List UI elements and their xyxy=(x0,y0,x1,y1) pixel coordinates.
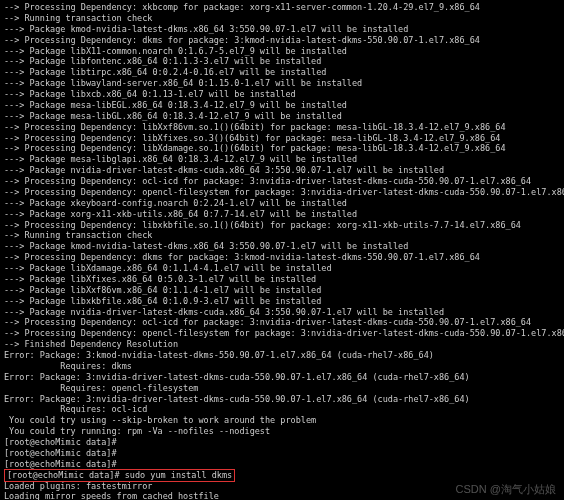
shell-prompt-with-command[interactable]: [root@echoMimic data]# sudo yum install … xyxy=(4,470,560,481)
output-line: --> Processing Dependency: xkbcomp for p… xyxy=(4,2,560,13)
output-line: Error: Package: 3:kmod-nvidia-latest-dkm… xyxy=(4,350,560,361)
output-line: ---> Package libtirpc.x86_64 0:0.2.4-0.1… xyxy=(4,67,560,78)
output-line: --> Processing Dependency: dkms for pack… xyxy=(4,252,560,263)
output-line: --> Processing Dependency: ocl-icd for p… xyxy=(4,317,560,328)
output-line: ---> Package libfontenc.x86_64 0:1.1.3-3… xyxy=(4,56,560,67)
output-line: ---> Package libXxf86vm.x86_64 0:1.1.4-1… xyxy=(4,285,560,296)
shell-prompt: [root@echoMimic data]# xyxy=(4,437,560,448)
output-line: ---> Package libxkbfile.x86_64 0:1.0.9-3… xyxy=(4,296,560,307)
output-line: ---> Package mesa-libglapi.x86_64 0:18.3… xyxy=(4,154,560,165)
output-line: --> Processing Dependency: libXxf86vm.so… xyxy=(4,122,560,133)
output-line: ---> Package xorg-x11-xkb-utils.x86_64 0… xyxy=(4,209,560,220)
output-line: ---> Package nvidia-driver-latest-dkms-c… xyxy=(4,165,560,176)
output-line: ---> Package xkeyboard-config.noarch 0:2… xyxy=(4,198,560,209)
output-line: Requires: dkms xyxy=(4,361,560,372)
terminal-output[interactable]: --> Processing Dependency: xkbcomp for p… xyxy=(4,2,560,500)
output-line: --> Running transaction check xyxy=(4,230,560,241)
output-line: --> Finished Dependency Resolution xyxy=(4,339,560,350)
output-line: --> Processing Dependency: opencl-filesy… xyxy=(4,187,560,198)
output-line: ---> Package nvidia-driver-latest-dkms-c… xyxy=(4,307,560,318)
output-line: Requires: opencl-filesystem xyxy=(4,383,560,394)
output-line: --> Processing Dependency: opencl-filesy… xyxy=(4,328,560,339)
output-line: --> Processing Dependency: libXfixes.so.… xyxy=(4,133,560,144)
output-line: ---> Package libXfixes.x86_64 0:5.0.3-1.… xyxy=(4,274,560,285)
output-line: --> Processing Dependency: dkms for pack… xyxy=(4,35,560,46)
output-line: Error: Package: 3:nvidia-driver-latest-d… xyxy=(4,394,560,405)
output-line: ---> Package mesa-libEGL.x86_64 0:18.3.4… xyxy=(4,100,560,111)
output-line: --> Processing Dependency: libXdamage.so… xyxy=(4,143,560,154)
output-line: --> Processing Dependency: ocl-icd for p… xyxy=(4,176,560,187)
output-line: ---> Package libX11-common.noarch 0:1.6.… xyxy=(4,46,560,57)
output-line: You could try running: rpm -Va --nofiles… xyxy=(4,426,560,437)
output-line: --> Processing Dependency: libxkbfile.so… xyxy=(4,220,560,231)
prompt-text: [root@echoMimic data]# xyxy=(7,470,120,480)
output-line: ---> Package libXdamage.x86_64 0:1.1.4-4… xyxy=(4,263,560,274)
output-line: Requires: ocl-icd xyxy=(4,404,560,415)
output-line: You could try using --skip-broken to wor… xyxy=(4,415,560,426)
output-line: ---> Package libwayland-server.x86_64 0:… xyxy=(4,78,560,89)
output-line: ---> Package libxcb.x86_64 0:1.13-1.el7 … xyxy=(4,89,560,100)
output-line: ---> Package kmod-nvidia-latest-dkms.x86… xyxy=(4,241,560,252)
highlighted-command: [root@echoMimic data]# sudo yum install … xyxy=(4,469,235,482)
output-line: ---> Package mesa-libGL.x86_64 0:18.3.4-… xyxy=(4,111,560,122)
output-line: ---> Package kmod-nvidia-latest-dkms.x86… xyxy=(4,24,560,35)
shell-prompt: [root@echoMimic data]# xyxy=(4,448,560,459)
command-text: sudo yum install dkms xyxy=(120,470,233,480)
output-line: --> Running transaction check xyxy=(4,13,560,24)
watermark: CSDN @淘气小姑娘 xyxy=(456,482,556,496)
output-line: Error: Package: 3:nvidia-driver-latest-d… xyxy=(4,372,560,383)
